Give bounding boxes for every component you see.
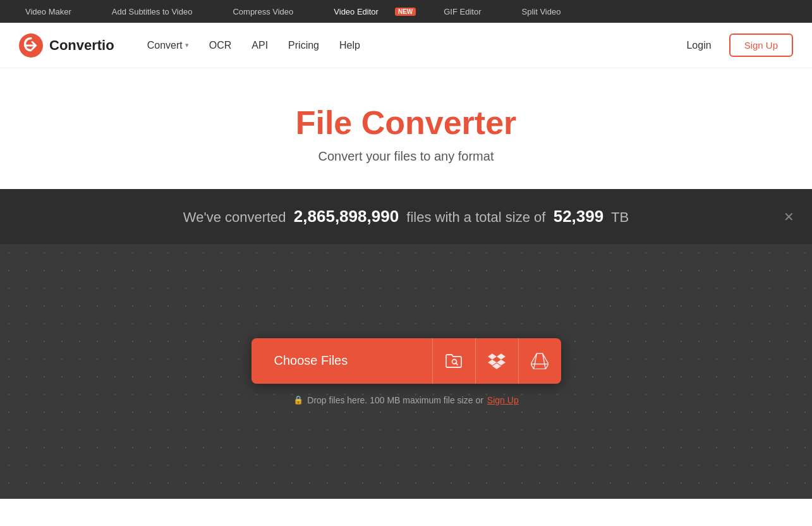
top-bar: Video Maker Add Subtitles to Video Compr… [0, 0, 812, 23]
stats-suffix: TB [611, 209, 629, 225]
main-nav: Convert ▾ OCR API Pricing Help [140, 35, 679, 56]
page-title: File Converter [13, 104, 799, 142]
topbar-compress-video[interactable]: Compress Video [220, 0, 306, 23]
hero-section: File Converter Convert your files to any… [0, 68, 812, 189]
stats-file-count: 2,865,898,990 [294, 207, 399, 226]
stats-middle: files with a total size of [406, 209, 545, 225]
google-drive-button[interactable] [518, 338, 561, 384]
stats-bar: We've converted 2,865,898,990 files with… [0, 189, 812, 244]
topbar-video-maker[interactable]: Video Maker [13, 0, 84, 23]
stats-prefix: We've converted [183, 209, 286, 225]
login-button[interactable]: Login [679, 35, 718, 56]
drop-zone[interactable]: Choose Files [0, 244, 812, 499]
drop-hint-text: Drop files here. 100 MB maximum file siz… [307, 395, 483, 405]
nav-ocr-label: OCR [209, 40, 232, 51]
svg-marker-9 [531, 353, 548, 369]
svg-marker-4 [488, 353, 497, 359]
hero-subtitle: Convert your files to any format [13, 149, 799, 164]
nav-api-label: API [251, 40, 268, 51]
new-badge: NEW [395, 8, 416, 16]
dropbox-icon [488, 353, 506, 369]
stats-size: 52,399 [554, 207, 604, 226]
main-section: We've converted 2,865,898,990 files with… [0, 189, 812, 499]
file-upload-row: Choose Files [251, 338, 561, 384]
folder-search-button[interactable] [432, 338, 475, 384]
topbar-video-editor[interactable]: Video Editor [321, 0, 391, 23]
google-drive-icon [531, 353, 548, 369]
dropbox-button[interactable] [475, 338, 518, 384]
svg-line-3 [456, 363, 458, 365]
lock-icon: 🔒 [293, 395, 303, 405]
nav-api[interactable]: API [244, 35, 276, 56]
choose-files-button[interactable]: Choose Files [251, 338, 432, 384]
logo[interactable]: Convertio [19, 34, 114, 58]
signup-button[interactable]: Sign Up [729, 34, 793, 57]
close-button[interactable]: ✕ [784, 211, 794, 223]
chevron-down-icon: ▾ [185, 41, 189, 49]
drop-hint: 🔒 Drop files here. 100 MB maximum file s… [293, 395, 518, 405]
logo-text: Convertio [49, 37, 114, 54]
nav-pricing[interactable]: Pricing [281, 35, 327, 56]
header: Convertio Convert ▾ OCR API Pricing Help… [0, 23, 812, 68]
nav-convert[interactable]: Convert ▾ [140, 35, 197, 56]
nav-ocr[interactable]: OCR [202, 35, 239, 56]
header-actions: Login Sign Up [679, 34, 793, 57]
topbar-gif-editor[interactable]: GIF Editor [431, 0, 494, 23]
nav-help-label: Help [339, 40, 360, 51]
logo-icon [19, 34, 43, 58]
stats-text: We've converted 2,865,898,990 files with… [183, 207, 629, 226]
nav-convert-label: Convert [147, 40, 183, 51]
nav-help[interactable]: Help [332, 35, 368, 56]
signup-link[interactable]: Sign Up [487, 395, 519, 405]
topbar-video-editor-wrap: Video Editor NEW [321, 0, 416, 23]
nav-pricing-label: Pricing [288, 40, 319, 51]
svg-marker-5 [497, 353, 506, 359]
topbar-add-subtitles[interactable]: Add Subtitles to Video [99, 0, 205, 23]
topbar-split-video[interactable]: Split Video [509, 0, 574, 23]
folder-search-icon [445, 353, 463, 369]
